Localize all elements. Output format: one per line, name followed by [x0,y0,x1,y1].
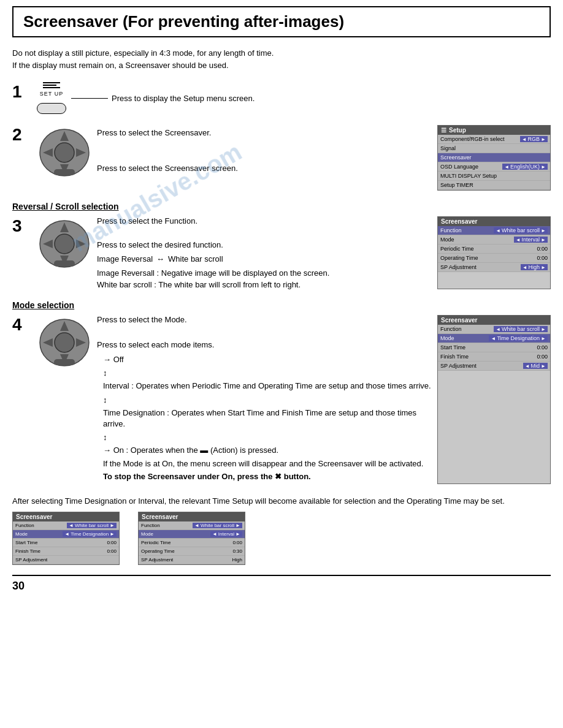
menu-row-osd: OSD Language English(UK) [438,162,550,172]
step-3-labels: Press to select the Function. Press to s… [97,216,329,289]
step-4-dpad [37,315,92,370]
step-3-number: 3 [12,218,31,235]
svg-point-5 [55,143,74,162]
step-3-desc1: Press to select the Function. [97,216,329,226]
step-4-on: → On : Operates when the ▬ (Action) is p… [103,445,431,456]
bottom-right-row-periodic: Periodic Time 0:00 [139,539,245,547]
bottom-right-row-mode: Mode Interval [139,530,245,539]
setup-icon: SET UP [37,82,66,114]
step-4-updown-1: ↕ [103,368,107,379]
menu3-row-mode: Mode Interval [438,235,550,245]
bottom-menu-left: Screensaver Function White bar scroll Mo… [12,512,120,565]
intro-text: Do not display a still picture, especial… [12,47,551,71]
setup-menu-title: ☰ Setup [438,126,550,135]
step-4-time-designation: Time Designation : Operates when Start T… [103,408,431,430]
step-4-desc1: Press to select the Mode. [97,315,431,324]
bottom-left-row-sp: SP Adjustment [13,556,119,564]
page-title-box: Screensaver (For preventing after-images… [12,6,551,37]
footer-note: After selecting Time Designation or Inte… [12,495,551,507]
menu-row-signal: Signal [438,144,550,153]
svg-rect-20 [54,359,75,365]
menu-row-multidisplay: MULTI DISPLAY Setup [438,172,550,181]
step-2-row: 2 [12,125,551,191]
step-2-dpad [37,125,92,180]
step-4-labels: Press to select the Mode. Press to selec… [97,315,431,484]
menu3-row-periodic: Periodic Time 0:00 [438,245,550,254]
menu4-row-mode: Mode Time Designation [438,334,550,343]
menu-row-setuptimer: Setup TIMER [438,181,550,190]
bottom-menu-right-title: Screensaver [139,512,245,521]
mode-heading: Mode selection [12,300,551,310]
step-4-with-menu: Press to select the Mode. Press to selec… [37,315,551,484]
screensaver-menu-title-4: Screensaver [438,316,550,325]
step-3-desc4: White bar scroll : The white bar will sc… [97,280,329,289]
bottom-right-row-sp: SP Adjustment High [139,556,245,564]
menu-row-screensaver: Screensaver [438,153,550,162]
step-3-row: 3 Press to select the Function. Press to… [12,216,551,289]
step-2-number: 2 [12,126,31,143]
menu4-row-function: Function White bar scroll [438,325,550,334]
menu3-row-sp: SP Adjustment High [438,263,550,272]
step-2-main: Press to select the Screensaver. Press t… [37,125,431,191]
svg-rect-6 [54,169,75,175]
svg-rect-13 [54,260,75,267]
step-4-interval: Interval : Operates when Periodic Time a… [103,381,431,392]
page-number: 30 [12,575,551,593]
step-2-menu-screenshot: ☰ Setup Component/RGB-in select RGB Sign… [437,125,551,191]
bottom-left-row-finishtime: Finish Time 0:00 [13,547,119,556]
step-4-row: 4 Press to select the Mode. Press to sel… [12,315,551,484]
setup-text: SET UP [40,91,63,97]
step-3-desc2: Press to select the desired function. [97,240,329,249]
white-bar-scroll-label: White bar scroll [168,254,223,264]
step-4-mode-list: → Off ↕ Interval : Operates when Periodi… [103,354,431,484]
menu3-row-operating: Operating Time 0:00 [438,254,550,263]
step-1-row: 1 SET UP Press to display the Setup menu… [12,82,551,114]
bottom-menu-left-title: Screensaver [13,512,119,521]
menu4-row-sp: SP Adjustment Mid [438,362,550,371]
step-4-updown-3: ↕ [103,432,107,443]
bottom-screenshots: Screensaver Function White bar scroll Mo… [12,512,551,565]
step-3-desc3: Image Reversall : Negative image will be… [97,268,329,278]
step-1-number: 1 [12,83,31,100]
step-4-desc2: Press to select each mode items. [97,340,431,349]
setup-line-3 [43,87,60,88]
step-3-with-menu: Press to select the Function. Press to s… [37,216,551,289]
setup-lines [43,82,60,88]
bottom-right-row-operating: Operating Time 0:30 [139,547,245,556]
step-4-on-desc3: If the Mode is at On, the menu screen wi… [103,458,431,469]
step-1-description: Press to display the Setup menu screen. [112,94,255,103]
page-title: Screensaver (For preventing after-images… [23,12,540,31]
screensaver-menu-title-3: Screensaver [438,217,550,226]
setup-line-1 [43,82,60,83]
svg-point-12 [55,234,74,254]
reversal-arrow-symbol: ↔ [156,254,164,264]
step-1-content: SET UP Press to display the Setup menu s… [37,82,255,114]
menu3-row-function: Function White bar scroll [438,226,550,235]
menu4-row-starttime: Start Time 0:00 [438,343,550,352]
bottom-left-row-function: Function White bar scroll [13,521,119,530]
step-2-desc1: Press to select the Screensaver. [97,127,431,138]
step-4-main: Press to select the Mode. Press to selec… [37,315,431,484]
setup-oval-button [37,103,66,114]
step-2-labels: Press to select the Screensaver. Press t… [97,125,431,174]
step-3-dpad [37,216,92,271]
menu-row-component: Component/RGB-in select RGB [438,135,550,144]
step-4-on-bold: To stop the Screensaver under On, press … [103,471,431,482]
reversal-heading: Reversal / Scroll selection [12,202,551,211]
bottom-menu-right: Screensaver Function White bar scroll Mo… [138,512,245,565]
step-2-desc2: Press to select the Screensaver screen. [97,163,431,174]
step-3-main: Press to select the Function. Press to s… [37,216,431,289]
menu4-row-finishtime: Finish Time 0:00 [438,352,550,362]
step-3-menu-screenshot: Screensaver Function White bar scroll Mo… [437,216,551,289]
bottom-left-row-mode: Mode Time Designation [13,530,119,539]
step-4-off: → Off [103,354,431,365]
bottom-left-row-starttime: Start Time 0:00 [13,539,119,547]
bottom-right-row-function: Function White bar scroll [139,521,245,530]
setup-line-2 [43,85,56,86]
step-4-number: 4 [12,316,31,333]
image-reversal-label: Image Reversal [97,254,153,264]
svg-point-19 [55,333,74,352]
step-4-menu-screenshot: Screensaver Function White bar scroll Mo… [437,315,551,484]
step-3-reversal-arrow: Image Reversal ↔ White bar scroll [97,254,329,264]
step1-line [71,98,108,99]
